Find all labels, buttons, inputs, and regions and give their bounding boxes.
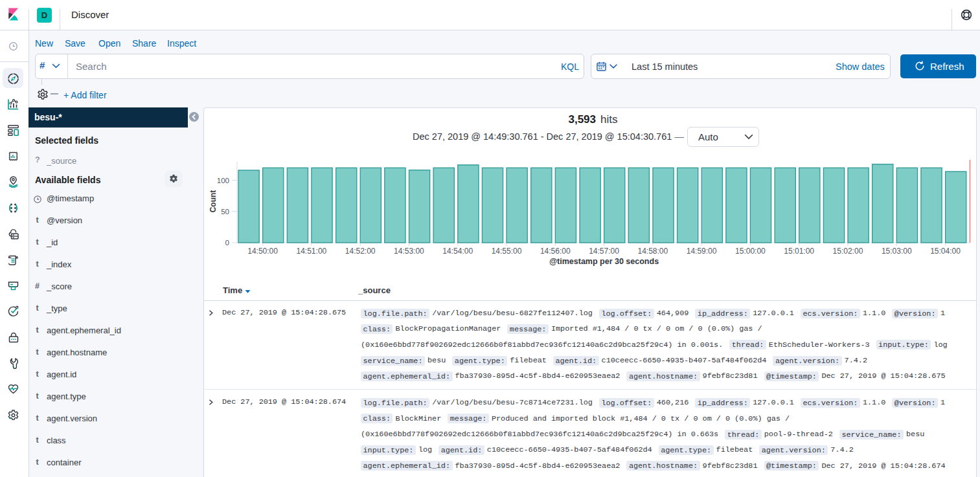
svg-text:14:58:00: 14:58:00 [637,247,668,256]
svg-text:Count: Count [209,190,218,213]
svg-text:14:59:00: 14:59:00 [687,247,717,256]
svg-text:14:55:00: 14:55:00 [492,247,522,256]
svg-text:14:57:00: 14:57:00 [589,247,619,256]
svg-text:14:52:00: 14:52:00 [345,247,376,256]
svg-text:14:53:00: 14:53:00 [394,247,424,256]
svg-text:100: 100 [217,177,229,184]
svg-text:14:51:00: 14:51:00 [297,247,327,256]
svg-text:14:50:00: 14:50:00 [247,247,278,256]
svg-text:15:03:00: 15:03:00 [882,247,912,256]
svg-text:15:01:00: 15:01:00 [784,247,814,256]
svg-text:50: 50 [221,208,229,216]
svg-text:15:00:00: 15:00:00 [735,247,766,256]
svg-text:15:02:00: 15:02:00 [833,247,863,256]
svg-text:0: 0 [225,239,229,247]
svg-text:15:04:00: 15:04:00 [930,247,961,256]
svg-text:@timestamp per 30 seconds: @timestamp per 30 seconds [549,257,659,266]
svg-text:14:54:00: 14:54:00 [442,247,473,256]
svg-text:14:56:00: 14:56:00 [540,247,571,256]
